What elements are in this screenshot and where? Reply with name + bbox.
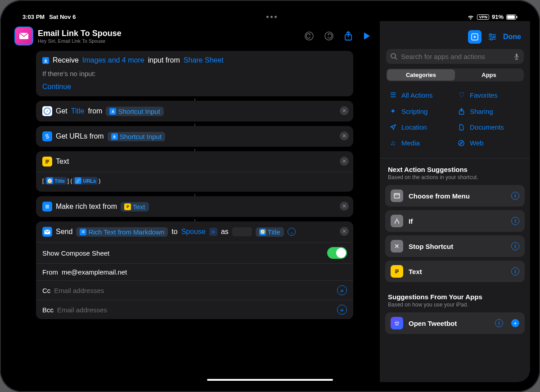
remove-step-button[interactable]: ✕ bbox=[340, 202, 349, 211]
variable-richtext[interactable]: Rich Text from Markdown bbox=[76, 227, 168, 237]
text-icon bbox=[391, 265, 403, 278]
x-icon: ✕ bbox=[391, 240, 403, 252]
step-send-mail[interactable]: ✕ Send Rich Text from Markdown to Spouse… bbox=[36, 221, 353, 319]
undo-button[interactable] bbox=[305, 32, 314, 41]
remove-step-button[interactable]: ✕ bbox=[340, 157, 349, 166]
add-action-button[interactable]: + bbox=[511, 319, 519, 327]
cat-web[interactable]: Web bbox=[457, 136, 521, 150]
svg-point-12 bbox=[493, 36, 495, 38]
settings-sliders-button[interactable] bbox=[488, 33, 497, 41]
side-header: Done bbox=[380, 21, 530, 49]
dictate-icon[interactable] bbox=[514, 53, 519, 60]
cat-media[interactable]: ♫Media bbox=[389, 136, 453, 150]
svg-rect-15 bbox=[516, 54, 518, 57]
cat-favorites[interactable]: ♡Favorites bbox=[457, 88, 521, 102]
home-indicator[interactable] bbox=[207, 379, 333, 381]
info-button[interactable]: i bbox=[511, 242, 519, 250]
step-get-details[interactable]: ✕ Get Title from Shortcut Input bbox=[36, 101, 353, 122]
svg-point-13 bbox=[490, 38, 492, 40]
variable-shortcut-input[interactable]: Shortcut Input bbox=[108, 132, 165, 141]
cat-sharing[interactable]: Sharing bbox=[457, 104, 521, 118]
receive-types-token[interactable]: Images and 4 more bbox=[82, 56, 144, 64]
label: Make rich text from bbox=[56, 203, 117, 211]
add-recipient-button[interactable]: + bbox=[209, 228, 217, 236]
info-button[interactable]: i bbox=[511, 267, 519, 275]
search-icon bbox=[391, 53, 397, 60]
suggestion-open-tweetbot[interactable]: Open Tweetbot i + bbox=[385, 312, 525, 334]
wand-icon: ✦ bbox=[389, 107, 397, 115]
step-receive[interactable]: Receive Images and 4 more input from Sha… bbox=[36, 51, 353, 96]
search-input[interactable] bbox=[401, 53, 510, 60]
svg-point-20 bbox=[395, 322, 396, 324]
richtext-mini-icon bbox=[80, 229, 86, 235]
variable-text[interactable]: Text bbox=[121, 202, 149, 212]
remove-step-button[interactable]: ✕ bbox=[340, 131, 349, 140]
share-button[interactable] bbox=[344, 31, 352, 41]
recipient-token[interactable]: Spouse bbox=[181, 228, 206, 236]
label: Receive bbox=[53, 56, 79, 64]
vpn-badge: VPN bbox=[477, 14, 489, 20]
done-button[interactable]: Done bbox=[503, 33, 521, 41]
library-button[interactable] bbox=[468, 30, 482, 44]
seg-apps[interactable]: Apps bbox=[455, 69, 523, 81]
suggestion-choose-menu[interactable]: Choose from Menu i bbox=[385, 185, 525, 207]
shortcut-app-icon[interactable] bbox=[14, 27, 33, 45]
suggestion-stop[interactable]: ✕ Stop Shortcut i bbox=[385, 235, 525, 257]
status-time: 3:03 PM bbox=[22, 14, 45, 20]
wifi-icon bbox=[467, 14, 474, 20]
remove-step-button[interactable]: ✕ bbox=[340, 106, 349, 115]
step-rich-text[interactable]: ✕ Make rich text from Text bbox=[36, 196, 353, 217]
cat-scripting[interactable]: ✦Scripting bbox=[389, 104, 453, 118]
label: Get URLs from bbox=[56, 132, 104, 140]
variable-shortcut-input[interactable]: Shortcut Input bbox=[106, 107, 163, 116]
redo-button[interactable] bbox=[324, 32, 333, 41]
row-from[interactable]: From me@examplemail.net bbox=[36, 263, 353, 280]
detail-token[interactable]: Title bbox=[71, 107, 85, 115]
step-get-urls[interactable]: ✕ Get URLs from Shortcut Input bbox=[36, 126, 353, 147]
svg-rect-2 bbox=[517, 16, 518, 18]
label: Text bbox=[56, 158, 69, 166]
suggestion-if[interactable]: If i bbox=[385, 210, 525, 232]
text-field[interactable]: [ 🧭Title ] ( 🔗URLs ) bbox=[36, 172, 353, 192]
compose-toggle[interactable] bbox=[327, 247, 347, 259]
label: as bbox=[221, 228, 229, 236]
mail-icon bbox=[42, 227, 52, 237]
variable-title[interactable]: 🧭 Title bbox=[256, 227, 284, 237]
segmented-control[interactable]: Categories Apps bbox=[386, 68, 524, 81]
receive-source-token[interactable]: Share Sheet bbox=[184, 56, 224, 64]
search-field[interactable] bbox=[386, 49, 524, 64]
cat-location[interactable]: Location bbox=[389, 120, 453, 134]
row-bcc[interactable]: Bcc Email addresses + bbox=[36, 300, 353, 319]
step-text[interactable]: ✕ Text [ 🧭Title ] ( 🔗URLs ) bbox=[36, 151, 353, 192]
no-input-action[interactable]: Continue bbox=[42, 83, 71, 91]
label: Get bbox=[56, 107, 68, 115]
link-mini-icon: 🔗 bbox=[75, 177, 81, 184]
input-icon bbox=[42, 57, 49, 64]
richtext-icon bbox=[42, 202, 52, 212]
row-cc[interactable]: Cc Email addresses + bbox=[36, 280, 353, 300]
no-input-label: If there's no input: bbox=[42, 70, 96, 77]
run-button[interactable] bbox=[363, 32, 370, 40]
text-icon bbox=[42, 157, 52, 167]
expand-options-button[interactable]: ⌄ bbox=[288, 228, 296, 236]
app-suggestions-title: Suggestions From Your Apps bbox=[388, 293, 522, 301]
remove-step-button[interactable]: ✕ bbox=[340, 227, 349, 236]
info-button[interactable]: i bbox=[511, 192, 519, 200]
add-cc-button[interactable]: + bbox=[337, 285, 347, 295]
multitask-dots-icon[interactable] bbox=[266, 16, 277, 18]
subject-prefix-chip[interactable] bbox=[232, 227, 252, 236]
info-button[interactable]: i bbox=[495, 319, 503, 327]
shortcut-title: Email Link To Spouse bbox=[38, 29, 300, 38]
suggestion-text[interactable]: Text i bbox=[385, 261, 525, 282]
link-icon bbox=[42, 131, 52, 141]
input-icon bbox=[111, 133, 118, 140]
add-bcc-button[interactable]: + bbox=[337, 305, 347, 315]
info-button[interactable]: i bbox=[511, 217, 519, 225]
cat-documents[interactable]: Documents bbox=[457, 120, 521, 134]
safari-icon bbox=[42, 106, 52, 116]
editor-header: Email Link To Spouse Hey Siri, Email Lin… bbox=[10, 21, 379, 51]
menu-icon bbox=[391, 189, 403, 202]
list-icon: ☰ bbox=[389, 91, 397, 99]
cat-all-actions[interactable]: ☰All Actions bbox=[389, 88, 453, 102]
seg-categories[interactable]: Categories bbox=[387, 69, 455, 81]
